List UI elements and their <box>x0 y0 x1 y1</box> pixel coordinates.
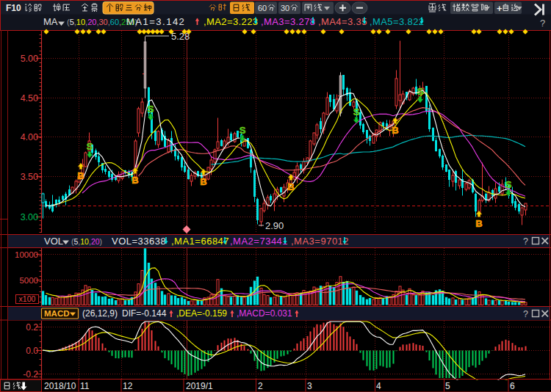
svg-text:S: S <box>505 179 512 190</box>
svg-text:S: S <box>87 141 93 152</box>
svg-text:VOL: VOL <box>44 236 63 247</box>
svg-text:4.50: 4.50 <box>21 93 38 104</box>
svg-text:S: S <box>240 125 246 136</box>
svg-text:B: B <box>77 170 84 181</box>
svg-text:60: 60 <box>258 4 267 12</box>
svg-text:B: B <box>287 181 294 192</box>
svg-text:-0.2: -0.2 <box>23 369 38 380</box>
svg-text:12: 12 <box>123 381 133 391</box>
svg-text:3: 3 <box>307 381 312 391</box>
svg-text:?: ? <box>523 236 528 247</box>
svg-text:3.50: 3.50 <box>21 172 38 182</box>
svg-text:?: ? <box>523 309 528 319</box>
svg-text:2019/1: 2019/1 <box>186 381 213 391</box>
svg-text:S: S <box>148 104 154 115</box>
svg-text:x100: x100 <box>19 294 36 303</box>
svg-text:10000: 10000 <box>15 250 38 259</box>
svg-text:3.00: 3.00 <box>21 212 38 222</box>
svg-text:0.0: 0.0 <box>26 346 38 356</box>
svg-text:S: S <box>417 86 424 97</box>
svg-text:5000: 5000 <box>19 276 38 285</box>
svg-text:5: 5 <box>445 381 450 391</box>
svg-text:0.2: 0.2 <box>26 322 38 333</box>
svg-text:MACD: MACD <box>44 309 70 318</box>
svg-text:(26,12,9)DIF=-0.144,DEA=-0.159: (26,12,9)DIF=-0.144,DEA=-0.159,MACD=0.03… <box>82 308 292 319</box>
svg-text:VOL=33638,MA1=66847,MA2=73441,: VOL=33638,MA1=66847,MA2=73441,MA3=97012 <box>112 236 349 247</box>
svg-text:11: 11 <box>80 381 90 391</box>
svg-text:MA1=3.142: MA1=3.142 <box>126 16 185 27</box>
svg-text:S: S <box>353 106 360 117</box>
svg-text:F10: F10 <box>6 3 21 13</box>
svg-text:5.00: 5.00 <box>21 54 38 64</box>
svg-text:?: ? <box>540 18 545 29</box>
svg-text:6: 6 <box>510 381 515 391</box>
svg-text:2018/10: 2018/10 <box>44 381 76 391</box>
svg-text:4: 4 <box>376 381 381 391</box>
svg-text:2.90: 2.90 <box>265 220 284 231</box>
svg-text:(5,10,20): (5,10,20) <box>71 237 102 246</box>
svg-text:B: B <box>132 175 138 186</box>
svg-text:B: B <box>200 176 206 187</box>
svg-text:2: 2 <box>258 381 263 391</box>
svg-text:4.00: 4.00 <box>21 132 38 142</box>
svg-text:B: B <box>475 218 482 229</box>
svg-text:+: + <box>497 3 503 14</box>
svg-text:MA: MA <box>43 16 58 27</box>
svg-text:B: B <box>392 125 398 136</box>
svg-text:30: 30 <box>281 4 289 12</box>
